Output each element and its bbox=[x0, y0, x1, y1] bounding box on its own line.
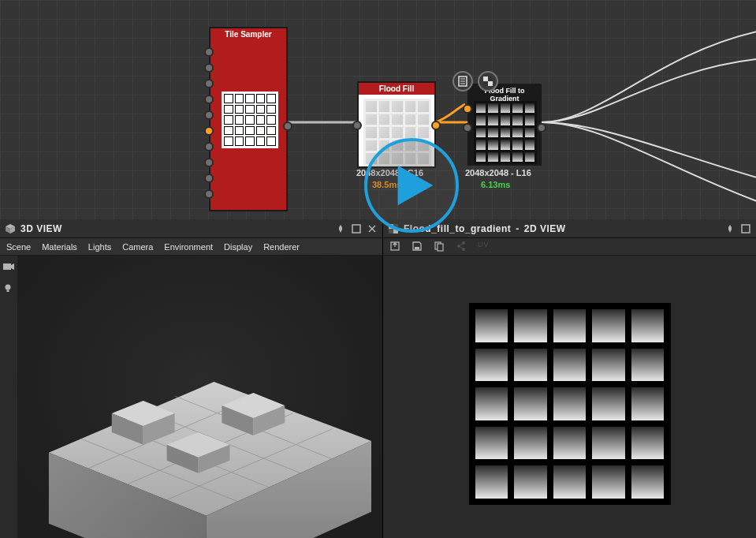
svg-rect-6 bbox=[488, 77, 493, 81]
maximize-icon[interactable] bbox=[351, 223, 362, 234]
viewport-3d[interactable] bbox=[17, 256, 382, 538]
ff-to-gradient-preview bbox=[474, 101, 537, 164]
menu-environment[interactable]: Environment bbox=[164, 242, 213, 252]
ff-gradient-resolution: 2048x2048 - L16 bbox=[464, 168, 566, 177]
menu-display[interactable]: Display bbox=[224, 242, 252, 252]
cube-icon bbox=[5, 223, 16, 234]
svg-point-12 bbox=[6, 285, 11, 290]
document-icon[interactable] bbox=[452, 71, 473, 92]
svg-rect-39 bbox=[415, 247, 419, 249]
save-icon[interactable] bbox=[412, 241, 424, 253]
svg-rect-37 bbox=[742, 225, 750, 233]
gradient-output-preview bbox=[469, 303, 671, 505]
panel-2d-title-suffix: 2D VIEW bbox=[524, 223, 566, 234]
node-flood-fill-to-gradient[interactable]: Flood Fill to Gradient bbox=[467, 84, 542, 166]
tile-sampler-preview bbox=[222, 92, 278, 148]
viewport-2d[interactable] bbox=[383, 256, 756, 538]
panel-2d-title-sep: - bbox=[516, 223, 520, 234]
play-icon bbox=[393, 163, 438, 207]
ff-gradient-timing: 6.13ms bbox=[479, 180, 558, 189]
menu-bar-3d: Scene Materials Lights Camera Environmen… bbox=[0, 238, 382, 256]
svg-rect-41 bbox=[438, 244, 443, 251]
close-icon[interactable] bbox=[367, 223, 378, 234]
export-icon[interactable] bbox=[389, 241, 402, 253]
checker-icon[interactable] bbox=[478, 71, 498, 92]
share-icon[interactable] bbox=[456, 241, 468, 253]
pin-icon[interactable] bbox=[724, 223, 736, 234]
menu-renderer[interactable]: Renderer bbox=[263, 242, 300, 252]
panel-3d-view: 3D VIEW Scene Materials Lights Camera En… bbox=[0, 219, 383, 538]
svg-rect-11 bbox=[3, 263, 11, 270]
camera-icon[interactable] bbox=[2, 262, 15, 275]
menu-scene[interactable]: Scene bbox=[6, 242, 31, 252]
panel-3d-header: 3D VIEW bbox=[0, 219, 382, 238]
panel-2d-view: Flood_fill_to_gradient - 2D VIEW bbox=[383, 219, 756, 538]
pin-icon[interactable] bbox=[335, 223, 346, 234]
node-title: Tile Sampler bbox=[210, 28, 286, 40]
toolbar-2d: UV bbox=[383, 238, 756, 256]
left-toolbar-3d bbox=[0, 256, 17, 538]
node-tile-sampler[interactable]: Tile Sampler bbox=[209, 27, 288, 211]
cube-mesh bbox=[17, 256, 382, 538]
svg-rect-7 bbox=[483, 81, 488, 86]
light-icon[interactable] bbox=[2, 282, 15, 295]
node-title: Flood Fill bbox=[359, 83, 434, 95]
svg-rect-8 bbox=[352, 225, 360, 233]
play-button[interactable] bbox=[364, 138, 459, 233]
panel-3d-title: 3D VIEW bbox=[20, 223, 62, 234]
menu-materials[interactable]: Materials bbox=[42, 242, 77, 252]
menu-camera[interactable]: Camera bbox=[122, 242, 153, 252]
svg-rect-13 bbox=[7, 290, 9, 293]
svg-marker-47 bbox=[398, 166, 434, 205]
uv-label[interactable]: UV bbox=[478, 241, 490, 253]
svg-rect-5 bbox=[488, 81, 493, 86]
copy-icon[interactable] bbox=[434, 241, 446, 253]
maximize-icon[interactable] bbox=[740, 223, 751, 234]
svg-rect-4 bbox=[483, 77, 488, 81]
svg-line-45 bbox=[460, 244, 463, 245]
svg-line-46 bbox=[460, 247, 463, 248]
menu-lights[interactable]: Lights bbox=[88, 242, 111, 252]
